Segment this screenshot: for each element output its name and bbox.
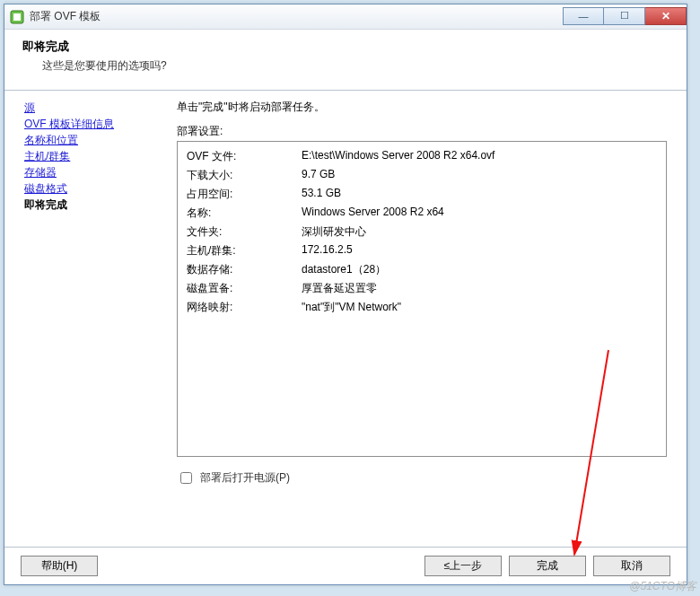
power-on-checkbox[interactable] [180,472,192,484]
setting-value: 172.16.2.5 [302,241,494,260]
table-row: OVF 文件:E:\test\Windows Server 2008 R2 x6… [187,147,494,166]
minimize-button[interactable]: — [563,7,604,25]
table-row: 名称:Windows Server 2008 R2 x64 [187,204,494,223]
wizard-header: 即将完成 这些是您要使用的选项吗? [4,30,687,91]
help-button[interactable]: 帮助(H) [21,556,98,576]
wizard-body: 源 OVF 模板详细信息 名称和位置 主机/群集 存储器 磁盘格式 即将完成 单… [4,91,687,547]
setting-value: E:\test\Windows Server 2008 R2 x64.ovf [302,147,494,166]
titlebar: 部署 OVF 模板 — ☐ ✕ [4,4,687,30]
wizard-main: 单击"完成"时将启动部署任务。 部署设置: OVF 文件:E:\test\Win… [162,91,687,547]
sidebar-item-ready: 即将完成 [24,197,156,213]
close-button[interactable]: ✕ [645,7,687,25]
table-row: 主机/群集:172.16.2.5 [187,241,494,260]
finish-button[interactable]: 完成 [509,556,586,576]
settings-summary-box: OVF 文件:E:\test\Windows Server 2008 R2 x6… [177,141,667,457]
sidebar-item-storage[interactable]: 存储器 [24,164,156,180]
table-row: 下载大小:9.7 GB [187,166,494,185]
setting-value: datastore1（28） [302,260,494,279]
cancel-button[interactable]: 取消 [593,556,670,576]
sidebar-item-host-cluster[interactable]: 主机/群集 [24,148,156,164]
setting-key: OVF 文件: [187,147,302,166]
table-row: 磁盘置备:厚置备延迟置零 [187,279,494,298]
sidebar-item-ovf-details[interactable]: OVF 模板详细信息 [24,116,156,132]
table-row: 网络映射:"nat"到"VM Network" [187,298,494,317]
table-row: 数据存储:datastore1（28） [187,260,494,279]
dialog-window: 部署 OVF 模板 — ☐ ✕ 即将完成 这些是您要使用的选项吗? 源 OVF … [4,4,687,585]
power-on-label: 部署后打开电源(P) [200,470,290,486]
page-title: 即将完成 [22,39,669,55]
power-on-row: 部署后打开电源(P) [177,469,667,486]
setting-key: 磁盘置备: [187,279,302,298]
setting-key: 占用空间: [187,185,302,204]
setting-value: 深圳研发中心 [302,223,494,241]
table-row: 文件夹:深圳研发中心 [187,223,494,241]
back-button[interactable]: ≤上一步 [424,556,502,576]
setting-key: 网络映射: [187,298,302,317]
wizard-steps-sidebar: 源 OVF 模板详细信息 名称和位置 主机/群集 存储器 磁盘格式 即将完成 [4,91,162,547]
setting-value: "nat"到"VM Network" [302,298,494,317]
window-title: 部署 OVF 模板 [30,9,563,24]
setting-value: 9.7 GB [302,166,494,185]
main-description: 单击"完成"时将启动部署任务。 [177,100,667,115]
wizard-footer: 帮助(H) ≤上一步 完成 取消 [4,547,687,584]
setting-value: 53.1 GB [302,185,494,204]
setting-value: 厚置备延迟置零 [302,279,494,298]
setting-key: 下载大小: [187,166,302,185]
window-controls: — ☐ ✕ [563,8,687,26]
watermark: @51CTO博客 [629,579,696,594]
sidebar-item-source[interactable]: 源 [24,100,156,116]
setting-key: 主机/群集: [187,241,302,260]
setting-key: 名称: [187,204,302,223]
maximize-button[interactable]: ☐ [604,7,645,25]
svg-rect-1 [13,13,21,21]
app-icon [10,10,24,24]
page-subtitle: 这些是您要使用的选项吗? [22,58,669,74]
settings-label: 部署设置: [177,124,667,139]
setting-value: Windows Server 2008 R2 x64 [302,204,494,223]
table-row: 占用空间:53.1 GB [187,185,494,204]
setting-key: 数据存储: [187,260,302,279]
sidebar-item-name-location[interactable]: 名称和位置 [24,132,156,148]
sidebar-item-disk-format[interactable]: 磁盘格式 [24,180,156,197]
settings-table: OVF 文件:E:\test\Windows Server 2008 R2 x6… [187,147,494,317]
setting-key: 文件夹: [187,223,302,241]
